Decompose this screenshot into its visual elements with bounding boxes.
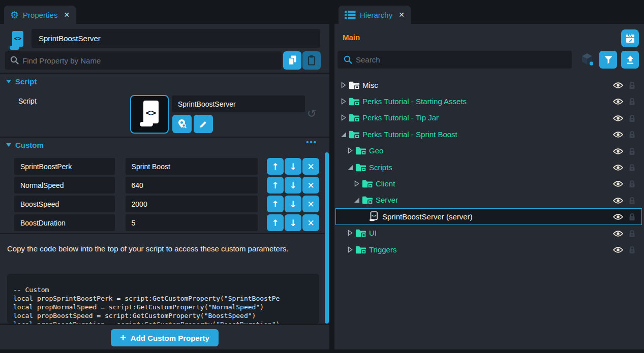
move-down-button[interactable]: ↓: [285, 214, 301, 231]
visibility-eye-icon[interactable]: [613, 131, 623, 140]
visibility-eye-icon[interactable]: [613, 246, 623, 255]
lock-icon[interactable]: [629, 131, 635, 140]
custom-property-name-field[interactable]: BoostDuration: [14, 214, 115, 231]
visibility-eye-icon[interactable]: [613, 82, 623, 90]
copy-properties-button[interactable]: [283, 51, 301, 70]
lock-icon[interactable]: [629, 164, 635, 173]
remove-icon: ✕: [307, 162, 314, 172]
tree-row[interactable]: <> Perks Tutorial - Starting Assets: [335, 93, 642, 109]
delete-property-button[interactable]: ✕: [302, 214, 319, 231]
tree-row[interactable]: <> Geo: [335, 143, 642, 159]
expander[interactable]: [353, 197, 360, 203]
lock-icon[interactable]: [629, 147, 635, 157]
lock-icon[interactable]: [629, 197, 635, 206]
script-name-input[interactable]: [32, 29, 320, 48]
expander[interactable]: [340, 98, 347, 105]
custom-property-name-field[interactable]: NormalSpeed: [14, 177, 115, 194]
folder-icon: [355, 146, 366, 155]
lock-icon[interactable]: [629, 81, 635, 91]
folder-icon: [349, 130, 360, 139]
code-snippet-block[interactable]: -- Custom local propSprintBoostPerk = sc…: [7, 274, 319, 324]
tree-row[interactable]: <> Triggers: [335, 241, 642, 258]
tree-row[interactable]: <> Scripts: [335, 159, 642, 175]
visibility-eye-icon[interactable]: [613, 213, 623, 222]
expander[interactable]: [347, 147, 354, 154]
script-reference-field[interactable]: SprintBoostServer: [172, 95, 305, 112]
find-script-button[interactable]: [172, 115, 192, 133]
lock-icon[interactable]: [629, 213, 635, 222]
chevron-right-icon: [347, 230, 353, 236]
play-scene-button[interactable]: [621, 29, 639, 47]
script-thumbnail[interactable]: <>: [130, 95, 169, 134]
tab-hierarchy[interactable]: Hierarchy ✕: [339, 6, 411, 24]
lock-icon[interactable]: [629, 114, 635, 124]
custom-property-value-field[interactable]: 640: [126, 177, 258, 194]
custom-property-value-field[interactable]: 2000: [126, 196, 258, 212]
expander[interactable]: [347, 230, 354, 236]
delete-property-button[interactable]: ✕: [302, 158, 319, 175]
visibility-eye-icon[interactable]: [613, 230, 623, 239]
tree-row[interactable]: <> UI: [335, 225, 642, 241]
expander[interactable]: [347, 164, 354, 171]
custom-property-value-field[interactable]: 5: [126, 214, 258, 231]
move-up-button[interactable]: ↑: [267, 196, 284, 212]
section-divider: [0, 233, 329, 234]
close-icon[interactable]: ✕: [64, 11, 70, 19]
custom-property-name-field[interactable]: BoostSpeed: [14, 196, 115, 212]
custom-section-header[interactable]: Custom: [6, 141, 44, 149]
tree-row[interactable]: <> Client: [335, 175, 642, 191]
edit-script-button[interactable]: [194, 115, 213, 133]
visibility-eye-icon[interactable]: [613, 98, 623, 107]
more-menu-icon[interactable]: •••: [306, 138, 317, 146]
paste-properties-button[interactable]: [302, 51, 321, 70]
tree-row[interactable]: <> Perks Tutorial - Sprint Boost: [335, 126, 642, 142]
move-up-button[interactable]: ↑: [267, 177, 284, 194]
delete-property-button[interactable]: ✕: [302, 177, 319, 194]
tree-row-label: Client: [376, 179, 395, 188]
tree-row-label: Perks Tutorial - Starting Assets: [362, 97, 467, 106]
script-section-header[interactable]: Script: [6, 77, 37, 86]
object-cube-icon[interactable]: [580, 52, 595, 69]
custom-property-value-field[interactable]: Sprint Boost: [126, 158, 258, 175]
custom-property-row: BoostSpeed 2000 ↑ ↓ ✕: [14, 196, 319, 212]
visibility-eye-icon[interactable]: [613, 148, 623, 156]
add-custom-property-button[interactable]: + Add Custom Property: [111, 329, 219, 346]
expander[interactable]: [340, 114, 347, 121]
close-icon[interactable]: ✕: [398, 11, 405, 19]
filter-button[interactable]: [599, 51, 617, 69]
tree-row[interactable]: <> Misc: [335, 77, 642, 93]
vertical-scrollbar[interactable]: [325, 152, 329, 324]
expander[interactable]: [340, 131, 347, 138]
delete-property-button[interactable]: ✕: [302, 196, 319, 212]
tree-row[interactable]: <> SprintBoostServer (server): [335, 208, 642, 224]
property-search-input[interactable]: [5, 51, 282, 70]
expander[interactable]: [347, 246, 354, 253]
expander[interactable]: [340, 82, 347, 88]
lock-icon[interactable]: [629, 180, 635, 189]
visibility-eye-icon[interactable]: [613, 164, 623, 173]
hierarchy-search-input[interactable]: [338, 51, 572, 69]
lock-icon[interactable]: [629, 230, 635, 239]
move-up-button[interactable]: ↑: [267, 158, 284, 175]
visibility-eye-icon[interactable]: [613, 197, 623, 206]
export-button[interactable]: [621, 51, 639, 69]
visibility-eye-icon[interactable]: [613, 115, 623, 123]
custom-property-name-field[interactable]: SprintBoostPerk: [14, 158, 115, 175]
reset-property-icon[interactable]: ↺: [307, 107, 316, 120]
tree-row[interactable]: <> Perks Tutorial - Tip Jar: [335, 110, 642, 126]
up-arrow-icon: ↑: [271, 162, 279, 172]
move-down-button[interactable]: ↓: [285, 158, 301, 175]
hierarchy-tabbar: Hierarchy ✕: [334, 0, 644, 24]
expander[interactable]: [353, 180, 360, 187]
lock-icon[interactable]: [629, 98, 635, 107]
tab-properties[interactable]: ⚙ Properties ✕: [4, 6, 76, 24]
move-down-button[interactable]: ↓: [285, 177, 301, 194]
move-up-button[interactable]: ↑: [267, 214, 284, 231]
move-down-button[interactable]: ↓: [285, 196, 301, 212]
tree-row-label: SprintBoostServer (server): [382, 212, 473, 221]
hierarchy-search: [338, 51, 572, 69]
visibility-eye-icon[interactable]: [613, 180, 623, 189]
tree-row[interactable]: <> Server: [335, 192, 642, 208]
section-collapse-icon: [6, 80, 11, 83]
lock-icon[interactable]: [629, 246, 635, 255]
